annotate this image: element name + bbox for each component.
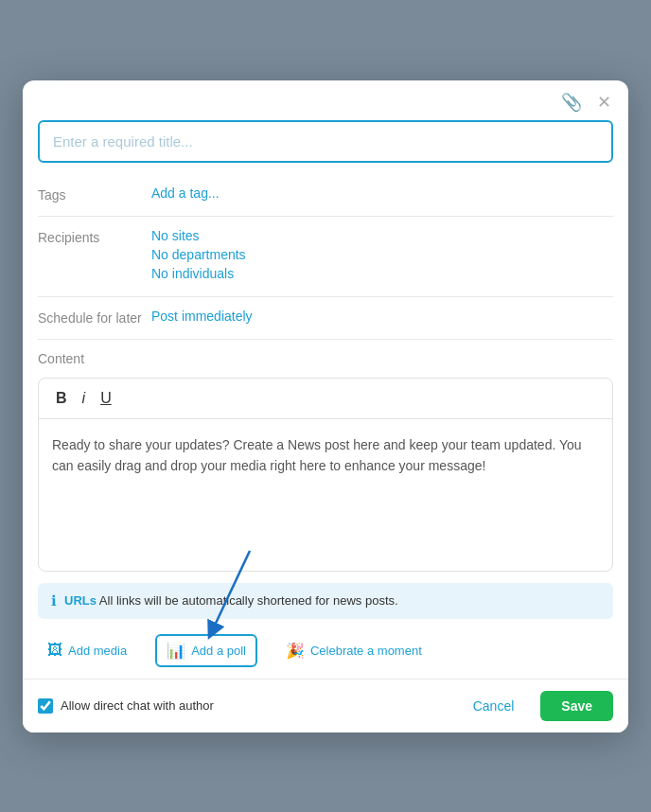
close-icon: ✕ bbox=[597, 93, 611, 112]
divider-1 bbox=[38, 216, 613, 217]
url-notice: ℹ URLs All links will be automatically s… bbox=[38, 583, 613, 619]
celebrate-icon: 🎉 bbox=[286, 642, 305, 660]
tags-row: Tags Add a tag... bbox=[38, 178, 613, 212]
paperclip-icon: 📎 bbox=[561, 93, 582, 112]
close-button[interactable]: ✕ bbox=[595, 92, 613, 113]
url-notice-bold: URLs bbox=[64, 593, 97, 608]
media-icon: 🖼 bbox=[47, 642, 62, 659]
no-departments-link[interactable]: No departments bbox=[151, 247, 613, 262]
add-media-label: Add media bbox=[68, 644, 127, 658]
bold-button[interactable]: B bbox=[50, 386, 73, 411]
tags-label: Tags bbox=[38, 185, 151, 203]
form-section: Tags Add a tag... Recipients No sites No… bbox=[23, 178, 628, 340]
save-button[interactable]: Save bbox=[540, 691, 613, 721]
tags-link[interactable]: Add a tag... bbox=[151, 185, 613, 201]
add-media-button[interactable]: 🖼 Add media bbox=[38, 636, 136, 664]
editor-placeholder: Ready to share your updates? Create a Ne… bbox=[52, 437, 582, 473]
direct-chat-checkbox[interactable] bbox=[38, 698, 53, 714]
direct-chat-label[interactable]: Allow direct chat with author bbox=[38, 698, 214, 714]
no-sites-link[interactable]: No sites bbox=[151, 228, 613, 243]
recipients-row: Recipients No sites No departments No in… bbox=[38, 221, 613, 292]
modal-footer: Allow direct chat with author Cancel Sav… bbox=[23, 679, 628, 733]
editor-body[interactable]: Ready to share your updates? Create a Ne… bbox=[39, 419, 612, 571]
direct-chat-text: Allow direct chat with author bbox=[61, 698, 214, 713]
recipients-label: Recipients bbox=[38, 228, 151, 245]
attach-button[interactable]: 📎 bbox=[559, 92, 584, 113]
editor-toolbar: B i U bbox=[39, 379, 612, 419]
create-post-modal: 📎 ✕ Tags Add a tag... Recipients No bbox=[23, 80, 628, 733]
add-poll-button[interactable]: 📊 Add a poll bbox=[155, 634, 257, 667]
action-buttons-row: 🖼 Add media 📊 Add a poll 🎉 Celebrate a m… bbox=[23, 627, 628, 679]
footer-actions: Cancel Save bbox=[458, 691, 613, 721]
italic-button[interactable]: i bbox=[77, 386, 92, 411]
schedule-row: Schedule for later Post immediately bbox=[38, 301, 613, 335]
divider-2 bbox=[38, 296, 613, 297]
content-label: Content bbox=[23, 344, 628, 370]
divider-3 bbox=[38, 339, 613, 340]
celebrate-button[interactable]: 🎉 Celebrate a moment bbox=[276, 636, 431, 665]
poll-icon: 📊 bbox=[167, 642, 185, 660]
title-input[interactable] bbox=[38, 120, 613, 163]
modal-header: 📎 ✕ bbox=[23, 80, 628, 116]
underline-button[interactable]: U bbox=[95, 386, 117, 411]
editor-container: B i U Ready to share your updates? Creat… bbox=[38, 378, 613, 572]
recipients-values: No sites No departments No individuals bbox=[151, 228, 613, 285]
no-individuals-link[interactable]: No individuals bbox=[151, 266, 613, 281]
url-notice-rest: All links will be automatically shortene… bbox=[99, 593, 398, 608]
celebrate-label: Celebrate a moment bbox=[310, 644, 422, 658]
post-immediately-link[interactable]: Post immediately bbox=[151, 309, 613, 324]
cancel-button[interactable]: Cancel bbox=[458, 691, 530, 721]
info-icon: ℹ bbox=[51, 592, 57, 609]
schedule-label: Schedule for later bbox=[38, 309, 151, 326]
add-poll-label: Add a poll bbox=[191, 644, 246, 658]
url-notice-text: URLs All links will be automatically sho… bbox=[64, 593, 398, 608]
